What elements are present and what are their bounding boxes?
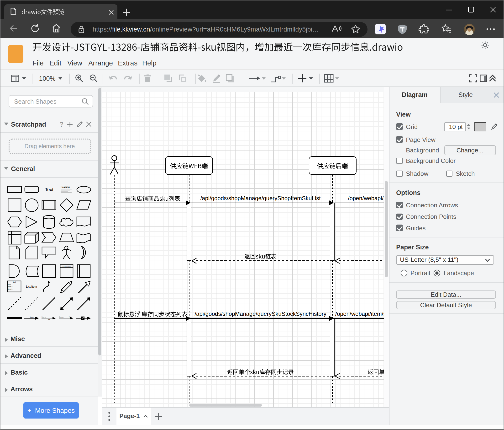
svg-text:CONTAINER: CONTAINER (62, 265, 71, 267)
svg-text:Source: Source (59, 316, 64, 318)
svg-text:abc: abc (48, 318, 50, 320)
svg-text:Text: Text (45, 187, 54, 192)
svg-text:Label: Label (30, 316, 34, 318)
svg-text:Item 1: Item 1 (8, 283, 12, 285)
svg-text:Source: Source (42, 316, 46, 318)
svg-text:Item 3: Item 3 (8, 288, 12, 290)
svg-text:List Item: List Item (26, 285, 37, 288)
svg-text:Heading: Heading (60, 185, 69, 188)
svg-text:Tgt: Tgt (69, 316, 71, 318)
svg-text:List: List (13, 281, 16, 283)
svg-text:Item 2: Item 2 (8, 286, 12, 287)
